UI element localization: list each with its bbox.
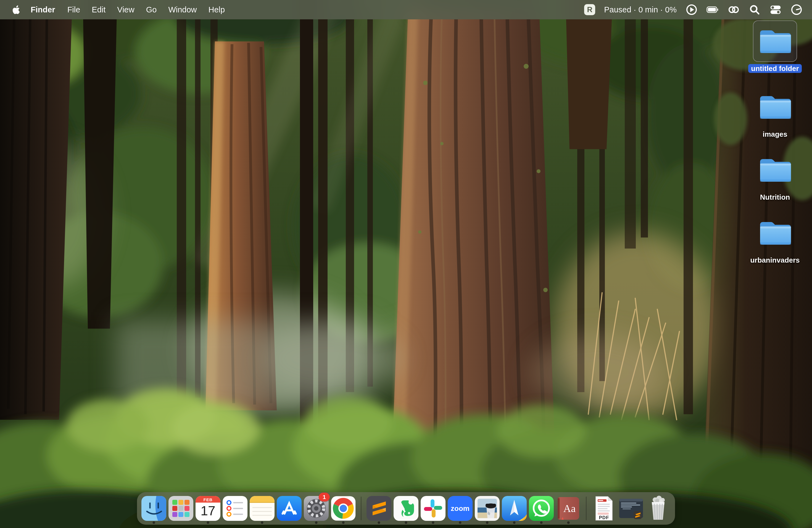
running-indicator [405, 522, 407, 524]
slack-icon [420, 495, 446, 522]
menu-finder[interactable]: Finder [24, 5, 62, 14]
running-indicator [540, 522, 543, 524]
sublime-text-icon [366, 495, 392, 522]
zoom-icon: zoom [447, 495, 473, 522]
wallpaper-forest [0, 0, 812, 528]
reminders-icon [222, 495, 248, 522]
svg-text:17: 17 [201, 503, 215, 518]
control-center-icon[interactable] [769, 4, 782, 16]
dock-item-preview[interactable] [474, 492, 501, 525]
running-indicator [342, 522, 345, 524]
folder-icon [758, 156, 792, 184]
folder-selection-box [753, 212, 797, 253]
folder-icon [758, 93, 792, 120]
dock-separator [361, 497, 362, 520]
svg-text:zoom: zoom [451, 504, 469, 513]
apple-menu-icon[interactable] [11, 4, 20, 15]
dock-item-zoom[interactable]: zoom [447, 492, 474, 525]
folder-label[interactable]: urbaninvaders [748, 255, 802, 265]
preview-icon [474, 495, 500, 522]
whatsapp-icon [528, 495, 554, 522]
running-indicator [261, 522, 263, 524]
pdf-document-icon: PDF [591, 495, 617, 522]
svg-text:FEB: FEB [204, 497, 213, 502]
notes-icon [249, 495, 275, 522]
desktop-folder-urbaninvaders[interactable]: urbaninvaders [748, 212, 802, 265]
trash-icon [645, 495, 671, 522]
folder-label[interactable]: images [760, 129, 790, 139]
dock-item-chrome[interactable] [330, 492, 357, 525]
folder-label[interactable]: Nutrition [757, 192, 793, 202]
menu-view[interactable]: View [111, 5, 140, 14]
running-indicator [459, 522, 462, 524]
folder-icon [758, 28, 792, 55]
sublime-window-icon [618, 495, 644, 522]
svg-text:Aa: Aa [563, 503, 576, 514]
menu-go[interactable]: Go [140, 5, 163, 14]
folder-selection-box [753, 20, 797, 62]
menu-file[interactable]: File [62, 5, 86, 14]
dock-item-sublime[interactable] [365, 492, 392, 525]
dock-item-evernote[interactable] [392, 492, 420, 525]
running-indicator [432, 522, 434, 524]
menu-bar-status: R Paused · 0 min · 0% [584, 4, 812, 16]
running-indicator [207, 522, 209, 524]
finder-icon [141, 495, 167, 522]
folder-label[interactable]: untitled folder [748, 63, 801, 73]
rize-app-badge[interactable]: R [584, 4, 595, 15]
running-indicator [567, 522, 570, 524]
dock-item-trash[interactable] [644, 492, 672, 525]
menu-edit[interactable]: Edit [86, 5, 111, 14]
dock: FEB 17 [137, 492, 675, 525]
menu-bar-left: Finder File Edit View Go Window Help [0, 4, 231, 15]
battery-icon[interactable] [707, 4, 719, 16]
app-store-icon [276, 495, 302, 522]
running-indicator [315, 522, 318, 524]
dock-item-reminders[interactable] [221, 492, 249, 525]
dock-item-finder[interactable] [140, 492, 168, 525]
dock-item-whatsapp[interactable] [528, 492, 555, 525]
launchpad-icon [168, 495, 194, 522]
folder-selection-box [753, 149, 797, 191]
folder-selection-box [753, 86, 797, 128]
menu-window[interactable]: Window [162, 5, 202, 14]
play-circle-icon[interactable] [685, 4, 698, 16]
dock-item-pdf-document[interactable]: PDF [591, 492, 618, 525]
chrome-icon [330, 495, 356, 522]
link-icon[interactable] [727, 4, 740, 16]
svg-text:PDF: PDF [599, 515, 609, 520]
running-indicator [378, 522, 380, 524]
running-indicator [486, 522, 489, 524]
calendar-icon: FEB 17 [195, 495, 221, 522]
spotlight-icon[interactable] [749, 4, 760, 16]
clock-icon[interactable] [791, 4, 802, 16]
dock-item-settings[interactable]: 1 [303, 492, 330, 525]
spark-mail-icon [501, 495, 527, 522]
running-indicator [513, 522, 516, 524]
running-indicator [153, 522, 155, 524]
notification-badge: 1 [319, 493, 330, 501]
menu-help[interactable]: Help [203, 5, 231, 14]
dock-separator [586, 497, 586, 520]
menu-bar: Finder File Edit View Go Window Help R P… [0, 0, 812, 19]
desktop-folder-untitled[interactable]: untitled folder [748, 20, 802, 73]
folder-icon [758, 219, 792, 246]
dock-item-sublime-window[interactable] [618, 492, 644, 525]
dock-item-appstore[interactable] [276, 492, 303, 525]
dock-item-dictionary[interactable]: Aa [555, 492, 582, 525]
evernote-icon [393, 495, 419, 522]
dock-item-calendar[interactable]: FEB 17 [194, 492, 221, 525]
dock-item-launchpad[interactable] [168, 492, 194, 525]
desktop-folder-images[interactable]: images [748, 86, 802, 139]
desktop-folder-nutrition[interactable]: Nutrition [748, 149, 802, 202]
dock-item-slack[interactable] [420, 492, 447, 525]
dock-item-spark[interactable] [501, 492, 528, 525]
dock-item-notes[interactable] [249, 492, 276, 525]
dictionary-icon: Aa [555, 495, 581, 522]
tracker-status-text[interactable]: Paused · 0 min · 0% [604, 5, 677, 14]
